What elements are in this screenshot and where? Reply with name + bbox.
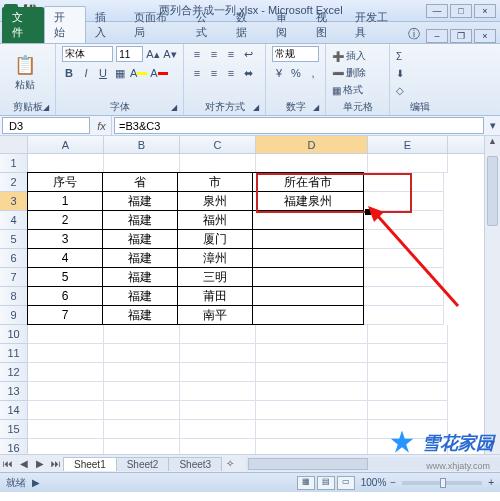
help-icon[interactable]: ⓘ <box>408 26 420 43</box>
autosum-button[interactable]: Σ <box>396 48 444 64</box>
cell-E9[interactable] <box>364 306 444 325</box>
cell-D11[interactable] <box>256 344 368 363</box>
row-header-12[interactable]: 12 <box>0 363 28 382</box>
cell-A4[interactable]: 2 <box>27 210 103 230</box>
cell-C1[interactable] <box>180 154 256 173</box>
row-header-16[interactable]: 16 <box>0 439 28 454</box>
cell-B13[interactable] <box>104 382 180 401</box>
delete-cells-button[interactable]: ➖删除 <box>332 65 383 81</box>
align-top-icon[interactable]: ≡ <box>190 46 204 62</box>
cell-E2[interactable] <box>364 173 444 192</box>
paste-button[interactable]: 📋 粘贴 <box>6 46 44 100</box>
row-header-6[interactable]: 6 <box>0 249 28 268</box>
col-header-B[interactable]: B <box>104 136 180 153</box>
col-header-E[interactable]: E <box>368 136 448 153</box>
font-launcher-icon[interactable]: ◢ <box>171 103 181 113</box>
scroll-up-icon[interactable]: ▲ <box>485 136 500 152</box>
number-launcher-icon[interactable]: ◢ <box>313 103 323 113</box>
currency-icon[interactable]: ¥ <box>272 65 286 81</box>
cell-E13[interactable] <box>368 382 448 401</box>
align-center-icon[interactable]: ≡ <box>207 65 221 81</box>
cell-B9[interactable]: 福建 <box>102 305 178 325</box>
col-header-D[interactable]: D <box>256 136 368 153</box>
font-name-combo[interactable]: 宋体 <box>62 46 113 62</box>
cell-B3[interactable]: 福建 <box>102 191 178 211</box>
cell-D8[interactable] <box>252 286 364 306</box>
cell-C13[interactable] <box>180 382 256 401</box>
zoom-out-icon[interactable]: − <box>390 477 396 488</box>
cell-D15[interactable] <box>256 420 368 439</box>
cell-C7[interactable]: 三明 <box>177 267 253 287</box>
sheet-nav-prev-icon[interactable]: ◀ <box>16 458 32 469</box>
cell-C15[interactable] <box>180 420 256 439</box>
minimize-button[interactable]: — <box>426 4 448 18</box>
cell-E14[interactable] <box>368 401 448 420</box>
insert-cells-button[interactable]: ➕插入 <box>332 48 383 64</box>
tab-review[interactable]: 审阅 <box>267 7 307 43</box>
clear-button[interactable]: ◇ <box>396 82 444 98</box>
cell-D10[interactable] <box>256 325 368 344</box>
cell-E1[interactable] <box>368 154 448 173</box>
formula-bar[interactable]: =B3&C3 <box>114 117 484 134</box>
hscroll-thumb[interactable] <box>248 458 368 470</box>
cell-B6[interactable]: 福建 <box>102 248 178 268</box>
cell-B8[interactable]: 福建 <box>102 286 178 306</box>
workbook-close-button[interactable]: × <box>474 29 496 43</box>
col-header-C[interactable]: C <box>180 136 256 153</box>
macro-record-icon[interactable]: ▶ <box>32 477 40 488</box>
sheet-tab-2[interactable]: Sheet2 <box>116 457 170 471</box>
cell-A15[interactable] <box>28 420 104 439</box>
column-headers[interactable]: ABCDE <box>28 136 484 154</box>
italic-button[interactable]: I <box>79 65 93 81</box>
row-header-7[interactable]: 7 <box>0 268 28 287</box>
row-header-14[interactable]: 14 <box>0 401 28 420</box>
bold-button[interactable]: B <box>62 65 76 81</box>
cells-area[interactable]: 序号省市所在省市1福建泉州福建泉州2福建福州3福建厦门4福建漳州5福建三明6福建… <box>28 154 484 454</box>
zoom-thumb[interactable] <box>440 478 446 488</box>
cell-E8[interactable] <box>364 287 444 306</box>
align-bottom-icon[interactable]: ≡ <box>224 46 238 62</box>
cell-A7[interactable]: 5 <box>27 267 103 287</box>
cell-D12[interactable] <box>256 363 368 382</box>
wrap-text-icon[interactable]: ↩ <box>241 46 255 62</box>
cell-A10[interactable] <box>28 325 104 344</box>
cell-D13[interactable] <box>256 382 368 401</box>
underline-button[interactable]: U <box>96 65 110 81</box>
cell-E11[interactable] <box>368 344 448 363</box>
cell-C4[interactable]: 福州 <box>177 210 253 230</box>
select-all-button[interactable] <box>0 136 28 154</box>
cell-E4[interactable] <box>364 211 444 230</box>
row-header-3[interactable]: 3 <box>0 192 28 211</box>
cell-B12[interactable] <box>104 363 180 382</box>
formula-bar-expand-icon[interactable]: ▾ <box>486 116 500 135</box>
tab-page-layout[interactable]: 页面布局 <box>125 7 187 43</box>
tab-insert[interactable]: 插入 <box>86 7 126 43</box>
row-header-15[interactable]: 15 <box>0 420 28 439</box>
cell-B1[interactable] <box>104 154 180 173</box>
cell-E3[interactable] <box>364 192 444 211</box>
cell-A12[interactable] <box>28 363 104 382</box>
new-sheet-icon[interactable]: ✧ <box>222 458 238 469</box>
row-header-4[interactable]: 4 <box>0 211 28 230</box>
row-header-2[interactable]: 2 <box>0 173 28 192</box>
row-header-5[interactable]: 5 <box>0 230 28 249</box>
view-pagebreak-icon[interactable]: ▭ <box>337 476 355 490</box>
cell-A14[interactable] <box>28 401 104 420</box>
name-box[interactable]: D3 <box>2 117 90 134</box>
cell-E6[interactable] <box>364 249 444 268</box>
sheet-nav-last-icon[interactable]: ⏭ <box>48 458 64 469</box>
maximize-button[interactable]: □ <box>450 4 472 18</box>
tab-formulas[interactable]: 公式 <box>187 7 227 43</box>
cell-D7[interactable] <box>252 267 364 287</box>
cell-A13[interactable] <box>28 382 104 401</box>
row-header-1[interactable]: 1 <box>0 154 28 173</box>
cell-B16[interactable] <box>104 439 180 454</box>
cell-D9[interactable] <box>252 305 364 325</box>
zoom-in-icon[interactable]: + <box>488 477 494 488</box>
cell-B15[interactable] <box>104 420 180 439</box>
format-cells-button[interactable]: ▦格式 <box>332 82 383 98</box>
shrink-font-icon[interactable]: A▾ <box>163 46 177 62</box>
cell-C6[interactable]: 漳州 <box>177 248 253 268</box>
number-format-combo[interactable]: 常规 <box>272 46 319 62</box>
align-right-icon[interactable]: ≡ <box>224 65 238 81</box>
